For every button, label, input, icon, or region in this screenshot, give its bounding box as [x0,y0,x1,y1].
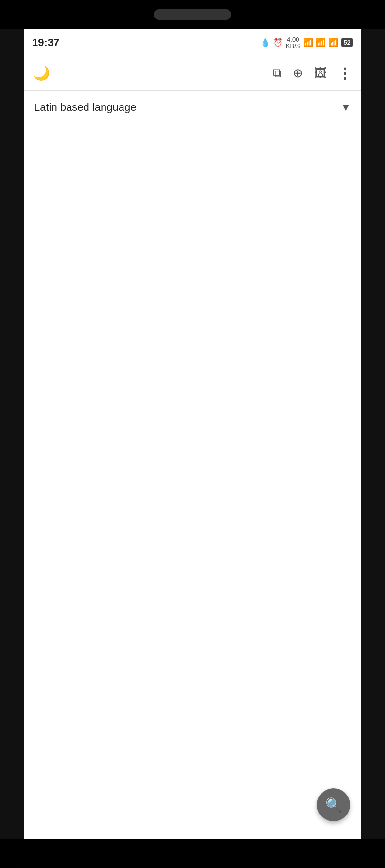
signal-icon-1: 📶 [316,38,326,47]
notch-pill [154,9,231,20]
image-icon[interactable]: 🖼 [314,66,327,81]
source-text-area[interactable] [24,124,361,328]
phone-frame: 19:37 💧 ⏰ 4.00KB/S 📶 📶 📶 52 🌙 ⧉ [0,0,385,868]
wifi-icon: 📶 [303,38,313,47]
camera-icon[interactable]: ⊕ [293,66,303,81]
toolbar-left: 🌙 [33,65,50,81]
language-label: Latin based language [34,101,136,114]
search-fab-button[interactable]: 🔍 [317,788,350,821]
app-screen: 🌙 ⧉ ⊕ 🖼 ⋮ Latin based language ▼ 🔍 [24,56,361,839]
water-icon: 💧 [261,38,270,47]
network-speed-icon: 4.00KB/S [286,36,300,49]
chevron-down-icon: ▼ [340,101,351,114]
translation-text-area[interactable] [24,328,361,839]
toolbar-right: ⧉ ⊕ 🖼 ⋮ [273,65,352,82]
alarm-icon: ⏰ [273,38,283,47]
status-icons: 💧 ⏰ 4.00KB/S 📶 📶 📶 52 [261,36,353,49]
language-selector[interactable]: Latin based language ▼ [24,91,361,124]
bottom-bar [0,839,385,868]
notch-bar [0,0,385,29]
search-icon: 🔍 [325,797,342,813]
copy-icon[interactable]: ⧉ [273,66,282,81]
status-bar: 19:37 💧 ⏰ 4.00KB/S 📶 📶 📶 52 [24,29,361,56]
signal-icon-2: 📶 [329,38,338,47]
status-time: 19:37 [32,36,59,49]
toolbar: 🌙 ⧉ ⊕ 🖼 ⋮ [24,56,361,91]
dark-mode-icon[interactable]: 🌙 [33,65,50,81]
more-options-icon[interactable]: ⋮ [337,65,352,82]
battery-badge: 52 [341,38,353,47]
